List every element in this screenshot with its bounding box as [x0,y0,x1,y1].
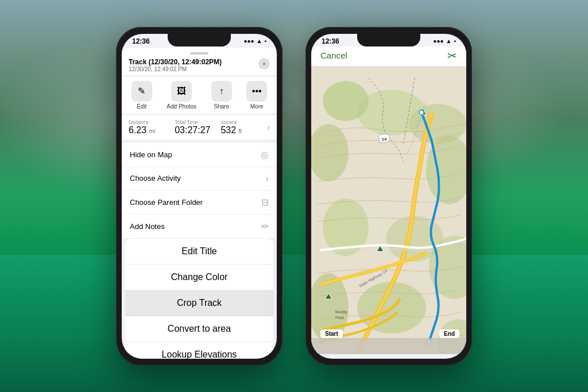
add-notes-item[interactable]: Add Notes ✏ [122,215,277,239]
choose-activity-item[interactable]: Choose Activity › [122,167,277,191]
choose-parent-folder-label: Choose Parent Folder [130,198,203,207]
ascent-value: 532 [220,125,236,135]
edit-button[interactable]: ✎ Edit [131,81,152,110]
more-label: More [250,103,264,110]
phone-1: 12:36 ●●● ▲ ▪ Track (12/30/20, 12:49:02P… [116,27,283,366]
ascent-value-row: 532 ft [220,125,266,135]
map-end-label: End [439,329,459,338]
map-area[interactable]: 14 State Highway 14 Muddy Pass Start End [311,67,466,354]
add-photos-icon: 🖼 [171,81,192,102]
map-cancel-button[interactable]: Cancel [320,51,347,60]
distance-value: 6.23 [129,125,146,135]
signal-icon-2: ●●● [433,38,443,44]
action-buttons: ✎ Edit 🖼 Add Photos ↑ Share ••• More [122,76,277,115]
lookup-elevations-item[interactable]: Lookup Elevations [125,342,273,359]
time-value: 03:27:27 [175,125,220,135]
stats-chevron-icon[interactable]: › [267,122,270,133]
close-button[interactable]: × [258,58,270,69]
notch-1 [168,34,231,46]
ascent-stat: Ascent 532 ft [220,119,266,135]
time-1: 12:36 [132,37,150,45]
action-sheet: Edit Title Change Color Crop Track Conve… [125,239,273,359]
hide-on-map-label: Hide on Map [130,150,172,159]
svg-text:14: 14 [382,137,387,142]
status-icons-1: ●●● ▲ ▪ [243,38,266,44]
pencil-icon: ✏ [261,221,269,232]
track-info: Track (12/30/20, 12:49:02PM) 12/30/20, 1… [129,58,222,72]
distance-label: Distance [129,119,175,125]
share-icon: ↑ [211,81,232,102]
eye-icon: ◎ [261,149,269,160]
crop-track-item[interactable]: Crop Track [125,290,273,316]
map-header: Cancel ✂ [311,46,466,67]
time-2: 12:36 [322,37,339,45]
distance-value-row: 6.23 mi [129,125,175,135]
track-subtitle: 12/30/20, 12:49:02 PM [129,66,222,72]
share-button[interactable]: ↑ Share [211,81,232,110]
add-photos-label: Add Photos [167,103,196,110]
ascent-label: Ascent [220,119,266,125]
convert-to-area-item[interactable]: Convert to area [125,316,273,342]
svg-point-20 [419,110,424,115]
phones-container: 12:36 ●●● ▲ ▪ Track (12/30/20, 12:49:02P… [0,0,588,392]
more-button[interactable]: ••• More [246,81,267,110]
battery-icon-1: ▪ [264,38,266,44]
wifi-icon-2: ▲ [446,38,452,44]
status-icons-2: ●●● ▲ ▪ [433,38,456,44]
map-start-label: Start [320,329,343,338]
map-bottom-bar [311,338,466,354]
choose-parent-folder-item[interactable]: Choose Parent Folder ⊟ [122,191,277,215]
add-notes-label: Add Notes [130,222,165,231]
menu-list: Hide on Map ◎ Choose Activity › Choose P… [122,143,277,239]
scissors-icon[interactable]: ✂ [447,49,457,63]
phone-2: 12:36 ●●● ▲ ▪ Cancel ✂ [305,27,472,366]
change-color-item[interactable]: Change Color [125,265,273,290]
signal-icon-1: ●●● [243,38,254,44]
phone-2-screen: 12:36 ●●● ▲ ▪ Cancel ✂ [311,34,466,359]
folder-icon: ⊟ [261,197,269,208]
stats-row: Distance 6.23 mi Total Time 03:27:27 Asc… [122,115,277,141]
svg-text:Muddy: Muddy [335,310,348,315]
hide-on-map-item[interactable]: Hide on Map ◎ [122,143,277,167]
wifi-icon-1: ▲ [257,38,262,44]
edit-icon: ✎ [131,81,152,102]
track-title: Track (12/30/20, 12:49:02PM) [129,58,222,66]
distance-unit: mi [149,128,156,134]
more-icon: ••• [246,81,267,102]
distance-stat: Distance 6.23 mi [129,119,175,135]
time-label: Total Time [175,119,220,125]
ascent-unit: ft [239,128,242,134]
svg-point-2 [323,81,369,121]
phone-1-screen: 12:36 ●●● ▲ ▪ Track (12/30/20, 12:49:02P… [122,34,277,359]
add-photos-button[interactable]: 🖼 Add Photos [167,81,196,110]
topo-svg: 14 State Highway 14 Muddy Pass [311,67,466,354]
map-background: 14 State Highway 14 Muddy Pass Start End [311,67,466,354]
time-stat: Total Time 03:27:27 [175,119,220,135]
notch-2 [357,34,420,46]
track-header: Track (12/30/20, 12:49:02PM) 12/30/20, 1… [122,48,277,76]
drag-indicator [190,52,208,55]
share-label: Share [214,103,229,110]
edit-label: Edit [137,103,146,110]
chevron-right-icon-1: › [266,173,269,184]
svg-text:Pass: Pass [335,316,345,320]
battery-icon-2: ▪ [454,38,456,44]
edit-title-item[interactable]: Edit Title [125,239,273,265]
choose-activity-label: Choose Activity [130,174,181,183]
